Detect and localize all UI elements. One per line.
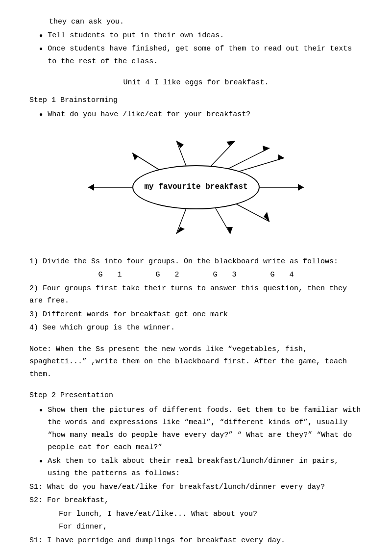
step1-section: Step 1 Brainstorming What do you have /l… <box>29 94 363 334</box>
step2-bullets: Show them the pictures of different food… <box>29 404 363 480</box>
top-bullets: Tell students to put in their own ideas.… <box>29 29 363 68</box>
dialogue-s2c: For dinner, <box>29 521 363 533</box>
mind-map-diagram: my favourite breakfast <box>29 131 363 244</box>
ellipse-wrapper: my favourite breakfast <box>59 131 333 244</box>
top-section: they can ask you. Tell students to put i… <box>29 16 363 68</box>
svg-marker-1 <box>132 153 138 160</box>
dialogue-s1b: S1: I have porridge and dumplings for br… <box>29 534 363 547</box>
step2-title: Step 2 Presentation <box>29 389 363 402</box>
dialogue-s1a: S1: What do you have/eat/like for breakf… <box>29 481 363 494</box>
step2-bullet-1: Show them the pictures of different food… <box>39 404 363 454</box>
note-text: Note: When the Ss present the new words … <box>29 343 363 381</box>
unit-title-section: Unit 4 I like eggs for breakfast. <box>29 76 363 89</box>
dialogue-s2b: For lunch, I have/eat/like... What about… <box>29 508 363 521</box>
svg-line-4 <box>211 141 235 166</box>
bullet-text-1: Tell students to put in their own ideas. <box>48 29 224 42</box>
page-content: they can ask you. Tell students to put i… <box>29 16 363 547</box>
note-section: Note: When the Ss present the new words … <box>29 343 363 381</box>
step1-title: Step 1 Brainstorming <box>29 94 363 107</box>
svg-line-6 <box>225 148 270 170</box>
step1-bullets: What do you have /like/eat for your brea… <box>29 108 363 121</box>
step2-bullet-text-2: Ask them to talk about their real breakf… <box>48 455 363 480</box>
instruction-1: 1) Divide the Ss into four groups. On th… <box>29 255 363 268</box>
groups-line: G1 G2 G3 G4 <box>29 269 363 281</box>
ellipse: my favourite breakfast <box>132 165 260 209</box>
svg-line-10 <box>235 203 270 222</box>
bullet-text-2: Once students have finished, get some of… <box>48 43 363 68</box>
unit-title: Unit 4 I like eggs for breakfast. <box>29 76 363 89</box>
step2-bullet-2: Ask them to talk about their real breakf… <box>39 455 363 480</box>
step2-bullet-text-1: Show them the pictures of different food… <box>48 404 363 454</box>
svg-marker-19 <box>278 154 284 160</box>
svg-marker-17 <box>88 184 94 191</box>
step1-instructions: 1) Divide the Ss into four groups. On th… <box>29 255 363 334</box>
bullet-item-2: Once students have finished, get some of… <box>39 43 363 68</box>
dialogue-s2a: S2: For breakfast, <box>29 494 363 507</box>
svg-marker-7 <box>263 146 270 151</box>
svg-marker-13 <box>227 227 233 234</box>
bullet-item-1: Tell students to put in their own ideas. <box>39 29 363 42</box>
instruction-2: 2) Four groups first take their turns to… <box>29 282 363 307</box>
svg-marker-9 <box>298 184 304 191</box>
instruction-4: 4) See which group is the winner. <box>29 322 363 334</box>
svg-line-12 <box>216 208 230 234</box>
instruction-3: 3) Different words for breakfast get one… <box>29 308 363 321</box>
step1-bullet-text-1: What do you have /like/eat for your brea… <box>48 108 250 121</box>
ellipse-label: my favourite breakfast <box>144 180 247 194</box>
top-line1: they can ask you. <box>29 16 363 28</box>
step1-bullet-1: What do you have /like/eat for your brea… <box>39 108 363 121</box>
step2-section: Step 2 Presentation Show them the pictur… <box>29 389 363 547</box>
